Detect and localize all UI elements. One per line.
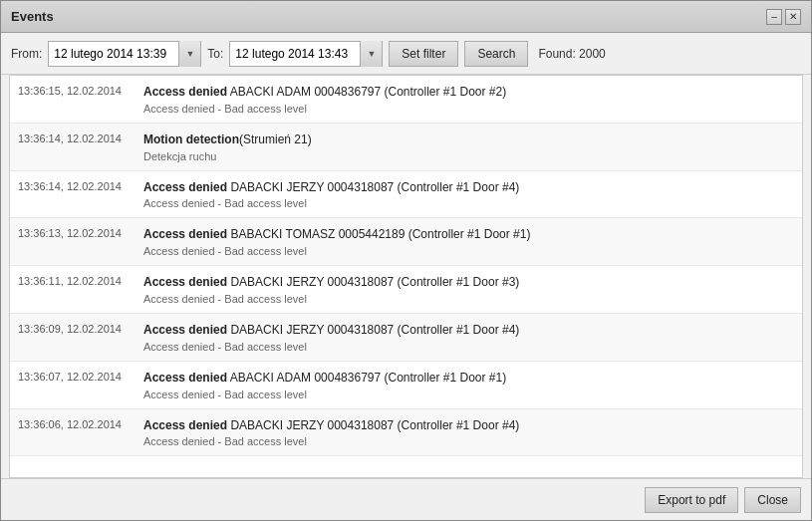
event-title-rest: DABACKI JERZY 0004318087 (Controller #1 …	[227, 180, 519, 194]
from-label: From:	[11, 47, 42, 61]
event-timestamp: 13:36:14, 12.02.2014	[10, 128, 139, 166]
event-item[interactable]: 13:36:07, 12.02.2014Access denied ABACKI…	[10, 362, 802, 409]
window-title: Events	[11, 9, 54, 24]
event-subtitle: Access denied - Bad access level	[143, 341, 794, 353]
event-title-bold: Access denied	[143, 323, 227, 337]
event-subtitle: Access denied - Bad access level	[143, 293, 794, 305]
event-title: Access denied DABACKI JERZY 0004318087 (…	[143, 179, 794, 196]
event-item[interactable]: 13:36:11, 12.02.2014Access denied DABACK…	[10, 266, 802, 314]
event-title-rest: ABACKI ADAM 0004836797 (Controller #1 Do…	[227, 85, 506, 99]
event-content: Access denied ABACKI ADAM 0004836797 (Co…	[139, 366, 802, 404]
event-title: Access denied DABACKI JERZY 0004318087 (…	[143, 417, 794, 434]
event-timestamp: 13:36:13, 12.02.2014	[10, 222, 139, 261]
to-date-container: ▼	[229, 41, 383, 67]
to-label: To:	[207, 47, 223, 61]
event-content: Access denied DABACKI JERZY 0004318087 (…	[139, 175, 802, 214]
close-button[interactable]: ✕	[785, 9, 801, 25]
window-controls: – ✕	[766, 9, 801, 25]
event-title-bold: Access denied	[143, 418, 227, 432]
event-title-rest: (Strumień 21)	[239, 132, 312, 146]
event-timestamp: 13:36:07, 12.02.2014	[10, 366, 139, 404]
event-title-bold: Access denied	[143, 371, 227, 385]
events-window: Events – ✕ From: ▼ To: ▼ Set filter Sear…	[0, 0, 812, 521]
event-title: Motion detection(Strumień 21)	[143, 131, 794, 148]
event-content: Access denied DABACKI JERZY 0004318087 (…	[139, 318, 802, 357]
footer: Export to pdf Close	[1, 478, 811, 520]
event-timestamp: 13:36:11, 12.02.2014	[10, 270, 139, 309]
event-title: Access denied DABACKI JERZY 0004318087 (…	[143, 274, 794, 291]
event-title-bold: Access denied	[143, 227, 227, 241]
event-timestamp: 13:36:09, 12.02.2014	[10, 318, 139, 357]
event-subtitle: Detekcja ruchu	[143, 150, 794, 162]
event-title: Access denied BABACKI TOMASZ 0005442189 …	[143, 226, 794, 243]
toolbar: From: ▼ To: ▼ Set filter Search Found: 2…	[1, 33, 811, 75]
event-title-bold: Access denied	[143, 275, 227, 289]
event-content: Access denied BABACKI TOMASZ 0005442189 …	[139, 222, 802, 261]
event-item[interactable]: 13:36:14, 12.02.2014Access denied DABACK…	[10, 171, 802, 219]
event-title-bold: Motion detection	[143, 132, 239, 146]
close-dialog-button[interactable]: Close	[744, 487, 801, 513]
event-item[interactable]: 13:36:13, 12.02.2014Access denied BABACK…	[10, 218, 802, 266]
event-subtitle: Access denied - Bad access level	[143, 245, 794, 257]
event-title-bold: Access denied	[143, 180, 227, 194]
event-item[interactable]: 13:36:14, 12.02.2014Motion detection(Str…	[10, 124, 802, 171]
event-content: Access denied DABACKI JERZY 0004318087 (…	[139, 413, 802, 452]
event-item[interactable]: 13:36:06, 12.02.2014Access denied DABACK…	[10, 409, 802, 457]
event-item[interactable]: 13:36:15, 12.02.2014Access denied ABACKI…	[10, 76, 802, 124]
event-subtitle: Access denied - Bad access level	[143, 103, 794, 115]
event-title: Access denied DABACKI JERZY 0004318087 (…	[143, 322, 794, 339]
event-timestamp: 13:36:14, 12.02.2014	[10, 175, 139, 214]
event-content: Access denied DABACKI JERZY 0004318087 (…	[139, 270, 802, 309]
event-title: Access denied ABACKI ADAM 0004836797 (Co…	[143, 370, 794, 387]
set-filter-button[interactable]: Set filter	[389, 41, 458, 67]
from-date-container: ▼	[48, 41, 201, 67]
event-timestamp: 13:36:06, 12.02.2014	[10, 413, 139, 452]
event-title-bold: Access denied	[143, 85, 227, 99]
export-pdf-button[interactable]: Export to pdf	[645, 487, 738, 513]
event-subtitle: Access denied - Bad access level	[143, 435, 794, 447]
event-item[interactable]: 13:36:09, 12.02.2014Access denied DABACK…	[10, 314, 802, 362]
title-bar: Events – ✕	[1, 1, 811, 33]
event-content: Motion detection(Strumień 21)Detekcja ru…	[139, 128, 802, 166]
to-date-dropdown-button[interactable]: ▼	[360, 41, 382, 67]
event-subtitle: Access denied - Bad access level	[143, 389, 794, 400]
minimize-button[interactable]: –	[766, 9, 782, 25]
event-title-rest: ABACKI ADAM 0004836797 (Controller #1 Do…	[227, 371, 506, 385]
event-subtitle: Access denied - Bad access level	[143, 197, 794, 209]
event-content: Access denied ABACKI ADAM 0004836797 (Co…	[139, 80, 802, 119]
event-title-rest: DABACKI JERZY 0004318087 (Controller #1 …	[227, 275, 519, 289]
event-timestamp: 13:36:15, 12.02.2014	[10, 80, 139, 119]
from-date-input[interactable]	[49, 42, 178, 66]
to-date-input[interactable]	[230, 42, 360, 66]
from-date-dropdown-button[interactable]: ▼	[178, 41, 200, 67]
event-list-container: 13:36:15, 12.02.2014Access denied ABACKI…	[9, 75, 803, 478]
event-title-rest: DABACKI JERZY 0004318087 (Controller #1 …	[227, 418, 519, 432]
found-count: Found: 2000	[538, 47, 605, 61]
search-button[interactable]: Search	[464, 41, 528, 67]
event-list[interactable]: 13:36:15, 12.02.2014Access denied ABACKI…	[10, 76, 802, 477]
event-title-rest: BABACKI TOMASZ 0005442189 (Controller #1…	[227, 227, 530, 241]
event-title: Access denied ABACKI ADAM 0004836797 (Co…	[143, 84, 794, 101]
event-title-rest: DABACKI JERZY 0004318087 (Controller #1 …	[227, 323, 519, 337]
